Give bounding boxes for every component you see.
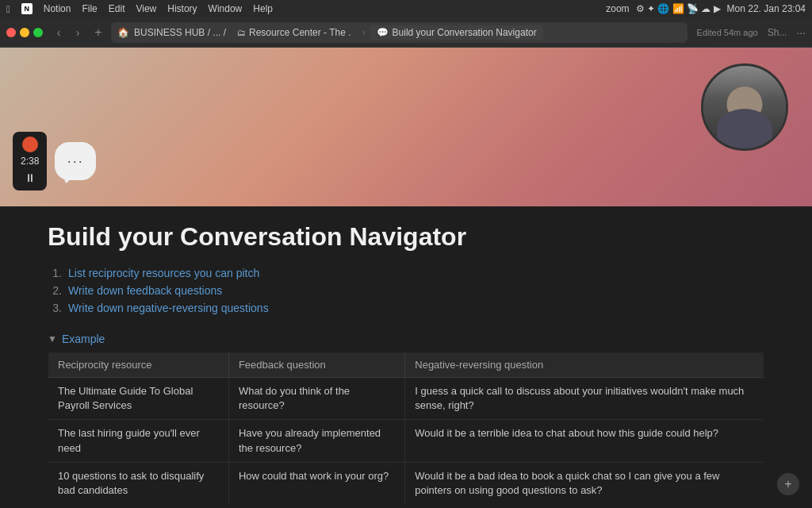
task-link-1[interactable]: List reciprocity resources you can pitch [68, 267, 259, 279]
example-label: Example [62, 333, 105, 345]
table-cell-feedback-2: Have you already implemented the resourc… [228, 420, 404, 462]
new-tab-button[interactable]: + [90, 25, 106, 40]
browserbar-right: Edited 54m ago Sh... ··· [697, 25, 806, 40]
menu-history[interactable]: History [167, 3, 197, 14]
table-cell-negative-1: I guess a quick call to discuss about yo… [405, 378, 764, 420]
menu-edit[interactable]: Edit [109, 3, 125, 14]
example-toggle[interactable]: ▼ Example [48, 333, 764, 345]
menu-file[interactable]: File [82, 3, 97, 14]
chat-dots: ··· [67, 153, 84, 170]
page-title: Build your Conversation Navigator [48, 222, 764, 252]
example-table: Reciprocity resource Feedback question N… [48, 352, 764, 505]
tab-icon: 🗂 [237, 28, 246, 37]
datetime: Mon 22. Jan 23:04 [727, 3, 806, 14]
recording-time: 2:38 [21, 156, 39, 167]
task-row: 3. Write down negative-reversing questio… [48, 299, 764, 317]
browser-bar: ‹ › + 🏠 BUSINESS HUB / ... / 🗂 Resource … [0, 17, 812, 48]
recording-indicator [22, 137, 38, 152]
task-link-3[interactable]: Write down negative-reversing questions [68, 302, 269, 314]
share-button[interactable]: Sh... [763, 25, 792, 40]
task-link-2[interactable]: Write down feedback questions [68, 284, 222, 297]
table-cell-negative-3: Would it be a bad idea to book a quick c… [405, 462, 764, 504]
maximize-button[interactable] [33, 28, 43, 37]
page-tab-label: Build your Conversation Navigator [393, 27, 537, 38]
add-block-button[interactable]: + [777, 473, 799, 495]
drag-handle-icon[interactable]: ⠿ [21, 267, 29, 279]
col-header-negative: Negative-reversing question [405, 352, 764, 378]
breadcrumb: BUSINESS HUB / ... / [134, 27, 226, 38]
forward-button[interactable]: › [70, 25, 86, 40]
avatar-body [717, 109, 772, 148]
table-cell-resource-3: 10 questions to ask to disqualify bad ca… [48, 462, 229, 504]
chat-bubble[interactable]: ··· [55, 142, 96, 180]
close-button[interactable] [6, 28, 16, 37]
task-number: 3. [48, 302, 62, 314]
col-header-feedback: Feedback question [228, 352, 404, 378]
table-row: 10 questions to ask to disqualify bad ca… [48, 462, 764, 504]
avatar-image [703, 66, 786, 148]
breadcrumb-separator: › [362, 27, 366, 38]
resource-center-tab[interactable]: 🗂 Resource Center - The . [231, 25, 358, 40]
add-task-icon[interactable]: + [13, 267, 18, 279]
main-content: Build your Conversation Navigator + ⠿ 1.… [0, 206, 812, 508]
table-row: The Ultimate Guide To Global Payroll Ser… [48, 378, 764, 420]
address-bar[interactable]: 🏠 BUSINESS HUB / ... / 🗂 Resource Center… [111, 22, 688, 43]
task-list: + ⠿ 1. List reciprocity resources you ca… [48, 264, 764, 317]
recording-widget: 2:38 ⏸ ··· [13, 132, 96, 190]
tab-label: Resource Center - The . [249, 27, 351, 38]
menu-help[interactable]: Help [253, 3, 273, 14]
task-number: 2. [48, 284, 62, 297]
table-cell-feedback-1: What do you think of the resource? [228, 378, 404, 420]
task-row: + ⠿ 1. List reciprocity resources you ca… [48, 264, 764, 282]
task-row: 2. Write down feedback questions [48, 282, 764, 299]
notion-logo: N [21, 3, 33, 14]
menu-bar:  N Notion File Edit View History Window… [0, 0, 812, 17]
table-cell-feedback-3: How could that work in your org? [228, 462, 404, 504]
menu-view[interactable]: View [136, 3, 156, 14]
task-number: 1. [48, 267, 62, 279]
pause-button[interactable]: ⏸ [22, 170, 38, 186]
table-header-row: Reciprocity resource Feedback question N… [48, 352, 764, 378]
edited-timestamp: Edited 54m ago [697, 28, 758, 37]
example-section: ▼ Example Reciprocity resource Feedback … [48, 333, 764, 505]
col-header-reciprocity: Reciprocity resource [48, 352, 229, 378]
hero-section: 2:38 ⏸ ··· [0, 48, 812, 206]
toggle-arrow-icon: ▼ [48, 333, 57, 344]
table-cell-resource-2: The last hiring guide you'll ever need [48, 420, 229, 462]
recording-badge: 2:38 ⏸ [13, 132, 47, 190]
status-bar: zoom ⚙ ✦ 🌐 📶 📡 ☁ ▶ Mon 22. Jan 23:04 [606, 3, 806, 14]
apple-menu[interactable]:  [6, 3, 10, 15]
avatar [701, 64, 788, 151]
table-cell-negative-2: Would it be a terrible idea to chat abou… [405, 420, 764, 462]
status-icons-group: ⚙ ✦ 🌐 📶 📡 ☁ ▶ [636, 3, 721, 14]
more-options-button[interactable]: ··· [796, 26, 806, 39]
table-cell-resource-1: The Ultimate Guide To Global Payroll Ser… [48, 378, 229, 420]
menu-notion[interactable]: Notion [44, 3, 71, 14]
minimize-button[interactable] [20, 28, 29, 37]
breadcrumb-text: BUSINESS HUB / ... / [134, 27, 226, 38]
menu-window[interactable]: Window [209, 3, 243, 14]
zoom-icon: zoom [606, 3, 629, 14]
home-icon: 🏠 [117, 27, 129, 38]
table-row: The last hiring guide you'll ever need H… [48, 420, 764, 462]
page-tab-icon: 💬 [377, 27, 389, 38]
back-button[interactable]: ‹ [51, 25, 67, 40]
current-page-tab[interactable]: 💬 Build your Conversation Navigator [370, 25, 543, 40]
traffic-lights [6, 28, 43, 37]
